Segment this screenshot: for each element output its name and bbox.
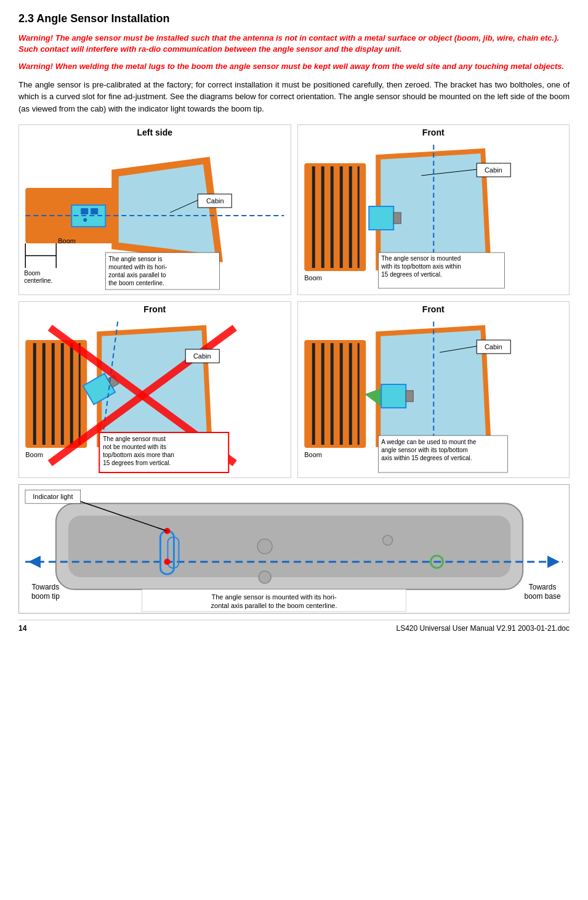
svg-text:Boom: Boom bbox=[24, 270, 40, 277]
svg-text:Indicator light: Indicator light bbox=[33, 493, 73, 500]
svg-point-95 bbox=[257, 539, 272, 554]
svg-text:15 degrees of vertical.: 15 degrees of vertical. bbox=[381, 271, 441, 278]
svg-text:Boom: Boom bbox=[58, 237, 76, 245]
diagram-top-right-svg: Cabin Boom The angle sensor is mounted w… bbox=[298, 139, 570, 293]
svg-rect-5 bbox=[91, 208, 98, 214]
svg-text:Boom: Boom bbox=[25, 451, 43, 458]
svg-text:boom base: boom base bbox=[524, 592, 561, 601]
diagram-bottom-left: Front Cabi bbox=[18, 301, 291, 478]
page-number: 14 bbox=[18, 624, 26, 633]
svg-text:The angle sensor is: The angle sensor is bbox=[108, 256, 162, 262]
diagram-top-right: Front Cabin Boom bbox=[297, 124, 570, 295]
svg-point-97 bbox=[383, 535, 393, 545]
warning-1-text: The angle sensor must be installed such … bbox=[18, 33, 559, 54]
svg-text:Cabin: Cabin bbox=[193, 352, 211, 360]
svg-point-90 bbox=[164, 559, 170, 565]
document-name: LS420 Universal User Manual V2.91 2003-0… bbox=[396, 624, 570, 633]
body-text: The angle sensor is pre-calibrated at th… bbox=[18, 79, 570, 115]
svg-text:zontal axis parallel to the bo: zontal axis parallel to the boom centerl… bbox=[211, 602, 337, 609]
svg-rect-72 bbox=[381, 384, 406, 408]
warning-2: Warning! When welding the metal lugs to … bbox=[18, 61, 570, 72]
warning-2-text: When welding the metal lugs to the boom … bbox=[53, 62, 564, 71]
bottom-diagram: Indicator light Towards boom tip Towards… bbox=[18, 484, 570, 614]
warning-1: Warning! The angle sensor must be instal… bbox=[18, 33, 570, 55]
svg-text:A wedge can be used to mount t: A wedge can be used to mount the bbox=[381, 439, 476, 445]
svg-text:boom tip: boom tip bbox=[31, 592, 60, 601]
svg-text:The angle sensor is mounted wi: The angle sensor is mounted with its hor… bbox=[212, 593, 337, 601]
svg-marker-1 bbox=[118, 163, 216, 256]
svg-text:Boom: Boom bbox=[304, 274, 322, 282]
svg-text:Cabin: Cabin bbox=[484, 166, 502, 174]
svg-text:Cabin: Cabin bbox=[206, 197, 224, 205]
svg-text:mounted with its hori-: mounted with its hori- bbox=[108, 264, 167, 270]
svg-text:axis within 15 degrees of vert: axis within 15 degrees of vertical. bbox=[381, 455, 472, 461]
svg-text:top/bottom axis more than: top/bottom axis more than bbox=[103, 452, 174, 458]
section-title: 2.3 Angle Sensor Installation bbox=[18, 12, 570, 25]
svg-text:zontal axis parallel to: zontal axis parallel to bbox=[108, 272, 166, 278]
svg-text:angle sensor with its top/bott: angle sensor with its top/bottom bbox=[381, 447, 468, 453]
diagram-top-left-title: Left side bbox=[19, 125, 291, 139]
diagram-bottom-left-title: Front bbox=[19, 302, 291, 315]
diagram-top-left: Left side Boom Boom centerline. bbox=[18, 124, 291, 295]
svg-rect-84 bbox=[68, 516, 510, 577]
svg-text:15 degrees from vertical.: 15 degrees from vertical. bbox=[103, 460, 171, 466]
top-diagrams-row: Left side Boom Boom centerline. bbox=[18, 124, 570, 295]
svg-text:Boom: Boom bbox=[304, 451, 322, 458]
footer: 14 LS420 Universal User Manual V2.91 200… bbox=[18, 620, 570, 633]
diagram-bottom-right: Front Cabin Boom bbox=[297, 301, 570, 478]
svg-text:The angle sensor is mounted: The angle sensor is mounted bbox=[381, 255, 461, 262]
svg-text:Towards: Towards bbox=[529, 583, 557, 591]
svg-rect-73 bbox=[406, 391, 413, 402]
svg-point-96 bbox=[259, 571, 271, 583]
warning-1-prefix: Warning! bbox=[18, 33, 53, 43]
svg-marker-71 bbox=[364, 388, 381, 407]
diagram-top-left-svg: Boom Boom centerline. Cabin The angle se… bbox=[19, 139, 291, 293]
svg-rect-30 bbox=[369, 206, 393, 230]
svg-text:Towards: Towards bbox=[32, 583, 60, 591]
bottom-diagram-svg: Indicator light Towards boom tip Towards… bbox=[19, 485, 569, 614]
diagram-bottom-right-svg: Cabin Boom A wedge can be used to mount … bbox=[298, 315, 570, 476]
svg-rect-31 bbox=[393, 213, 401, 224]
diagram-bottom-right-title: Front bbox=[298, 302, 570, 315]
svg-text:The angle sensor must: The angle sensor must bbox=[103, 436, 166, 442]
svg-marker-87 bbox=[547, 556, 560, 568]
svg-text:centerline.: centerline. bbox=[24, 277, 52, 284]
warning-2-prefix: Warning! bbox=[18, 62, 53, 71]
diagram-top-right-title: Front bbox=[298, 125, 570, 139]
svg-text:Cabin: Cabin bbox=[484, 343, 502, 351]
svg-point-6 bbox=[83, 218, 87, 222]
svg-text:not be mounted with its: not be mounted with its bbox=[103, 444, 166, 450]
svg-marker-86 bbox=[28, 556, 41, 568]
svg-rect-4 bbox=[81, 208, 88, 214]
svg-text:the boom centerline.: the boom centerline. bbox=[108, 280, 164, 286]
diagram-bottom-left-svg: Cabin Boom The angle sensor must not be … bbox=[19, 315, 291, 476]
bottom-diagrams-row: Front Cabi bbox=[18, 301, 570, 478]
svg-text:with its top/bottom axis withi: with its top/bottom axis within bbox=[381, 263, 461, 270]
